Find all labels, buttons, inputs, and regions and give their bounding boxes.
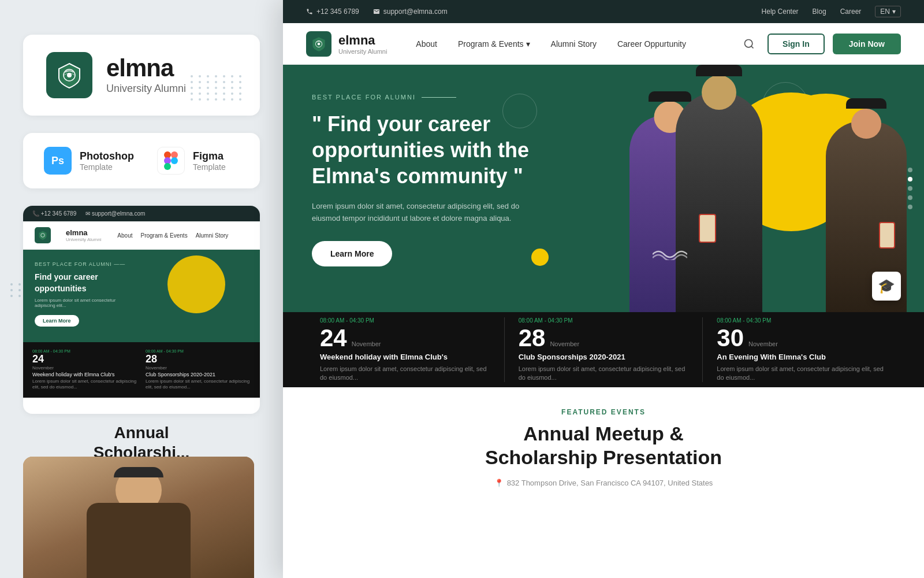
grad-cap-3 <box>846 98 886 109</box>
bottom-photo <box>23 457 254 578</box>
template-row: Ps Photoshop Template Figma Template <box>23 133 260 188</box>
event-3-date: 30 November <box>717 326 887 350</box>
topbar-help[interactable]: Help Center <box>762 8 799 16</box>
mini-hero-desc: Lorem ipsum dolor sit amet consectetur a… <box>35 298 127 308</box>
grad-cap-2 <box>649 91 691 102</box>
dot-5 <box>908 205 912 209</box>
dot-1 <box>908 168 912 172</box>
learn-more-button[interactable]: Learn More <box>312 241 392 266</box>
nav-alumni[interactable]: Alumni Story <box>551 39 597 49</box>
mini-circle-yellow <box>167 255 225 313</box>
ps-name: Photoshop <box>80 150 134 162</box>
left-panel: for(let i=0;i<35;i++) document.currentSc… <box>0 0 283 578</box>
mini-website-preview: 📞 +12 345 6789 ✉ support@elmna.com elmna… <box>23 206 260 414</box>
ps-sub: Template <box>80 162 134 172</box>
svg-rect-5 <box>164 163 171 170</box>
grad-head-3 <box>851 109 881 139</box>
events-bar: 08:00 AM - 04:30 PM 24 November Weekend … <box>283 312 924 387</box>
topbar-right: Help Center Blog Career EN ▾ <box>762 6 901 17</box>
nav-brand-sub: University Alumni <box>338 48 387 55</box>
figma-icon <box>157 147 185 175</box>
topbar-blog[interactable]: Blog <box>813 8 826 16</box>
grad-person-1 <box>676 92 762 312</box>
mini-phone: 📞 +12 345 6789 <box>32 210 76 217</box>
mini-nav-links: About Program & Events Alumni Story <box>117 232 228 239</box>
dot-pattern-top: for(let i=0;i<35;i++) document.currentSc… <box>191 75 244 101</box>
event-1-desc: Lorem ipsum dolor sit amet, consectetur … <box>320 365 490 383</box>
featured-label: FEATURED EVENTS <box>306 408 901 416</box>
figma-name: Figma <box>193 150 226 162</box>
hero-content: BEST PLACE FOR ALUMNI " Find your career… <box>312 94 566 266</box>
topbar-career[interactable]: Career <box>840 8 862 16</box>
mini-brand-sub: University Alumni <box>66 237 101 242</box>
hero-pagination-dots <box>908 168 912 209</box>
diploma-2 <box>879 222 895 249</box>
event-3-desc: Lorem ipsum dolor sit amet, consectetur … <box>717 365 887 383</box>
nav-logo-area: elmna University Alumni <box>306 31 387 57</box>
event-3-title: An Evening With Elmna's Club <box>717 353 887 362</box>
svg-point-6 <box>171 157 178 164</box>
grad-cap-card: 🎓 <box>872 272 901 301</box>
dot-3 <box>908 186 912 191</box>
nav-programs[interactable]: Program & Events ▾ <box>458 39 530 49</box>
nav-actions: Sign In Join Now <box>739 34 901 54</box>
mini-hero: BEST PLACE FOR ALUMNI —— Find your caree… <box>23 250 260 342</box>
mini-learn-btn[interactable]: Learn More <box>35 315 79 327</box>
chevron-down-icon: ▾ <box>526 39 530 49</box>
brand-logo-icon <box>46 52 92 98</box>
mini-event-2: 08:00 AM - 04:30 PM 28 November Club Spo… <box>146 349 251 391</box>
event-2-title: Club Sponsorships 2020-2021 <box>519 353 689 362</box>
featured-section: FEATURED EVENTS Annual Meetup & Scholars… <box>283 387 924 499</box>
photoshop-template: Ps Photoshop Template <box>44 147 134 175</box>
mini-nav-about: About <box>117 232 132 239</box>
featured-title: Annual Meetup & Scholarship Presentation <box>306 422 901 469</box>
mini-email: ✉ support@elmna.com <box>85 210 145 217</box>
svg-point-9 <box>318 42 320 45</box>
event-3-time: 08:00 AM - 04:30 PM <box>717 317 887 324</box>
hero-images-area: 🎓 <box>624 92 924 312</box>
svg-point-10 <box>745 39 752 47</box>
nav-career[interactable]: Career Oppurtunity <box>617 39 686 49</box>
join-now-button[interactable]: Join Now <box>833 34 901 54</box>
event-1-date: 24 November <box>320 326 490 350</box>
nav-logo-icon <box>306 31 331 57</box>
figma-template: Figma Template <box>157 147 226 175</box>
diploma-1 <box>699 214 716 243</box>
mini-topbar: 📞 +12 345 6789 ✉ support@elmna.com <box>23 206 260 221</box>
mini-event-1: 08:00 AM - 04:30 PM 24 November Weekend … <box>32 349 137 391</box>
dot-4 <box>908 195 912 200</box>
topbar-phone: +12 345 6789 <box>306 8 359 16</box>
grad-head-1 <box>702 75 736 110</box>
nav-brand-name: elmna <box>338 33 387 48</box>
grad-cap-1 <box>696 65 742 76</box>
person-photo <box>23 457 254 578</box>
event-1-title: Weekend holiday with Elmna Club's <box>320 353 490 362</box>
mini-brand: elmna <box>66 228 101 237</box>
brand-name: elmna <box>106 56 186 80</box>
event-1-time: 08:00 AM - 04:30 PM <box>320 317 490 324</box>
mini-nav-alumni: Alumni Story <box>196 232 229 239</box>
right-panel: +12 345 6789 support@elmna.com Help Cent… <box>283 0 924 578</box>
figma-sub: Template <box>193 162 226 172</box>
nav-brand: elmna University Alumni <box>338 33 387 55</box>
graduates-group: 🎓 <box>629 81 918 312</box>
mini-nav-logo <box>35 227 51 243</box>
hero-section: BEST PLACE FOR ALUMNI " Find your career… <box>283 65 924 312</box>
topbar-email: support@elmna.com <box>373 8 448 16</box>
brand-subtitle: University Alumni <box>106 83 186 95</box>
hero-desc: Lorem ipsum dolor sit amet, consectetur … <box>312 201 520 225</box>
location-icon: 📍 <box>494 479 504 487</box>
main-nav: elmna University Alumni About Program & … <box>283 23 924 65</box>
nav-links: About Program & Events ▾ Alumni Story Ca… <box>416 39 739 49</box>
wavy-decoration <box>653 249 687 260</box>
featured-location: 📍 832 Thompson Drive, San Francisco CA 9… <box>306 479 901 487</box>
dot-2 <box>908 177 912 181</box>
photoshop-icon: Ps <box>44 147 72 175</box>
sign-in-button[interactable]: Sign In <box>767 34 825 54</box>
photoshop-label: Photoshop Template <box>80 150 134 172</box>
nav-about[interactable]: About <box>416 39 437 49</box>
search-button[interactable] <box>739 34 759 54</box>
event-item-1: 08:00 AM - 04:30 PM 24 November Weekend … <box>306 317 505 383</box>
topbar-lang[interactable]: EN ▾ <box>875 6 901 17</box>
event-item-3: 08:00 AM - 04:30 PM 30 November An Eveni… <box>703 317 901 383</box>
